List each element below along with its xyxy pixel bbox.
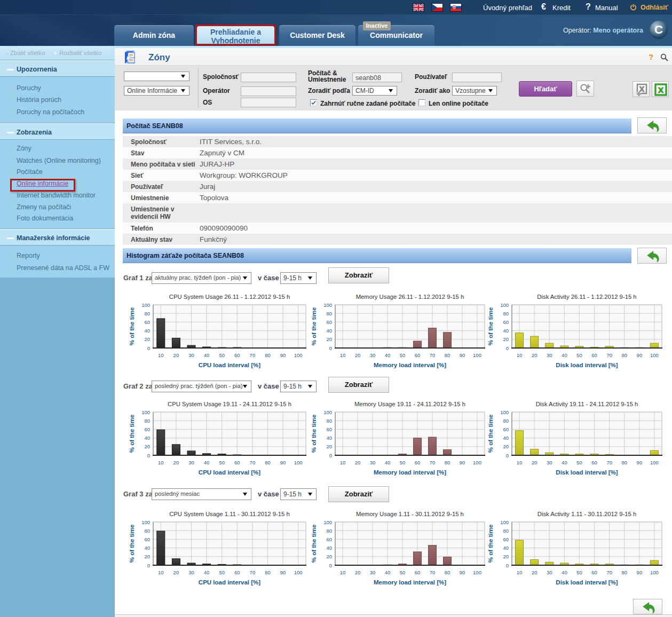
svg-text:40: 40: [385, 460, 391, 465]
svg-text:40: 40: [562, 569, 567, 575]
svg-text:80: 80: [445, 460, 450, 465]
svg-text:0: 0: [147, 563, 150, 568]
svg-text:90: 90: [460, 352, 465, 358]
svg-text:Memory load interval [%]: Memory load interval [%]: [374, 469, 446, 476]
svg-text:20: 20: [173, 569, 179, 575]
svg-text:80: 80: [326, 311, 332, 317]
svg-text:90: 90: [460, 460, 465, 465]
svg-text:60: 60: [415, 352, 421, 358]
svg-text:Disk Activity 1.11 - 30.11.201: Disk Activity 1.11 - 30.11.2012 9-15 h: [537, 511, 636, 517]
svg-text:20: 20: [532, 569, 537, 575]
svg-text:60: 60: [591, 352, 597, 358]
svg-text:80: 80: [503, 418, 509, 424]
svg-text:50: 50: [219, 569, 225, 575]
svg-text:90: 90: [280, 460, 286, 465]
svg-text:40: 40: [503, 545, 509, 551]
svg-text:100: 100: [141, 409, 150, 415]
svg-text:CPU System Usage 19.11 - 24.11: CPU System Usage 19.11 - 24.11.2012 9-15…: [168, 401, 291, 407]
svg-text:20: 20: [144, 553, 150, 559]
svg-text:0: 0: [506, 345, 509, 351]
svg-text:70: 70: [250, 460, 256, 465]
svg-text:60: 60: [144, 426, 150, 432]
svg-text:60: 60: [415, 569, 421, 575]
svg-text:100: 100: [141, 519, 150, 525]
svg-text:20: 20: [355, 352, 361, 358]
svg-text:60: 60: [144, 319, 150, 325]
svg-text:0: 0: [329, 563, 332, 568]
svg-text:100: 100: [500, 519, 509, 525]
svg-text:% of the time: % of the time: [129, 525, 135, 563]
svg-text:% of the time: % of the time: [487, 525, 494, 563]
svg-text:20: 20: [503, 553, 509, 559]
svg-text:40: 40: [562, 460, 567, 465]
svg-text:90: 90: [280, 569, 286, 575]
svg-text:Memory load interval [%]: Memory load interval [%]: [374, 579, 446, 586]
svg-text:60: 60: [234, 569, 240, 575]
svg-text:100: 100: [650, 460, 659, 465]
svg-text:40: 40: [562, 352, 567, 358]
svg-text:20: 20: [173, 352, 179, 358]
svg-text:30: 30: [188, 569, 194, 575]
svg-text:70: 70: [606, 460, 612, 465]
svg-text:70: 70: [250, 569, 256, 575]
svg-text:70: 70: [250, 352, 256, 358]
svg-text:90: 90: [637, 352, 643, 358]
svg-text:Disk Activity 19.11 - 24.11.20: Disk Activity 19.11 - 24.11.2012 9-15 h: [536, 401, 638, 407]
svg-text:Disk load interval [%]: Disk load interval [%]: [556, 579, 618, 586]
svg-text:30: 30: [547, 569, 552, 575]
svg-text:30: 30: [188, 352, 194, 358]
svg-text:30: 30: [547, 352, 552, 358]
svg-text:30: 30: [370, 352, 376, 358]
svg-text:80: 80: [622, 352, 628, 358]
svg-text:40: 40: [204, 460, 210, 465]
svg-text:40: 40: [326, 328, 332, 334]
svg-text:20: 20: [355, 569, 361, 575]
svg-text:80: 80: [265, 460, 271, 465]
svg-text:80: 80: [622, 460, 628, 465]
svg-text:40: 40: [326, 545, 332, 551]
svg-text:100: 100: [473, 569, 481, 575]
svg-text:Memory Usage 1.11 - 30.11.2012: Memory Usage 1.11 - 30.11.2012 9-15 h: [356, 511, 464, 517]
svg-text:90: 90: [637, 460, 643, 465]
svg-text:0: 0: [329, 453, 332, 458]
svg-text:100: 100: [141, 302, 150, 308]
svg-text:10: 10: [340, 569, 346, 575]
svg-text:0: 0: [147, 453, 150, 458]
svg-text:Disk load interval [%]: Disk load interval [%]: [556, 362, 618, 368]
svg-text:10: 10: [340, 460, 346, 465]
svg-text:80: 80: [445, 352, 450, 358]
svg-text:80: 80: [326, 528, 332, 534]
svg-text:50: 50: [400, 460, 406, 465]
svg-text:80: 80: [503, 311, 509, 317]
svg-text:80: 80: [144, 528, 150, 534]
svg-text:80: 80: [265, 569, 271, 575]
svg-text:60: 60: [503, 319, 509, 325]
svg-text:20: 20: [326, 553, 332, 559]
svg-text:70: 70: [430, 460, 436, 465]
svg-text:70: 70: [430, 352, 436, 358]
svg-text:10: 10: [517, 460, 523, 465]
svg-text:60: 60: [503, 536, 509, 542]
svg-text:80: 80: [503, 528, 509, 534]
svg-text:30: 30: [547, 460, 552, 465]
svg-text:60: 60: [326, 536, 332, 542]
svg-text:10: 10: [517, 569, 523, 575]
svg-text:60: 60: [234, 460, 240, 465]
svg-text:90: 90: [280, 352, 286, 358]
svg-text:CPU load interval [%]: CPU load interval [%]: [199, 579, 260, 586]
svg-text:0: 0: [329, 345, 332, 351]
svg-text:70: 70: [606, 352, 612, 358]
svg-text:40: 40: [144, 435, 150, 441]
svg-text:0: 0: [147, 345, 150, 351]
svg-text:50: 50: [400, 569, 406, 575]
svg-text:60: 60: [326, 319, 332, 325]
svg-text:50: 50: [400, 352, 406, 358]
svg-text:10: 10: [340, 352, 346, 358]
svg-text:30: 30: [370, 569, 376, 575]
svg-text:10: 10: [158, 569, 164, 575]
svg-text:100: 100: [473, 352, 481, 358]
svg-text:100: 100: [323, 409, 332, 415]
svg-text:20: 20: [503, 444, 509, 449]
svg-text:100: 100: [294, 569, 303, 575]
svg-text:60: 60: [591, 569, 597, 575]
